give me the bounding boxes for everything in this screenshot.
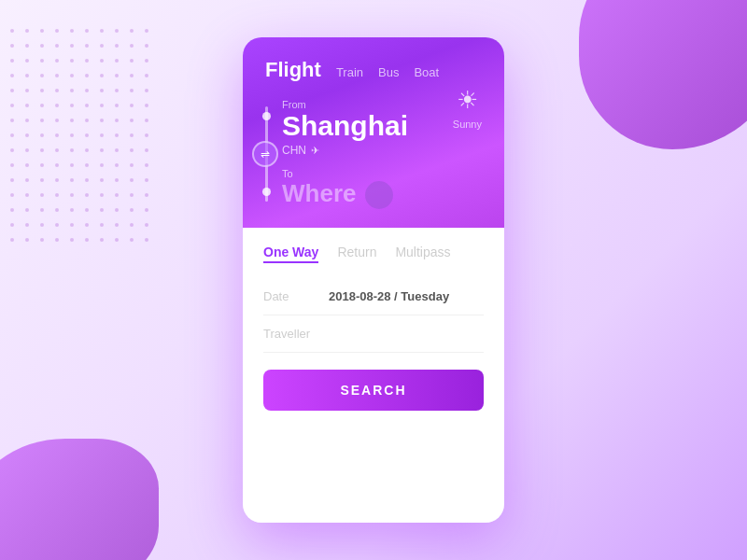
- card-top: Flight Train Bus Boat ☀ Sunny ⇌ From Sha…: [243, 37, 504, 228]
- dot-pattern: [9, 28, 159, 252]
- to-section: To Where: [265, 168, 482, 209]
- from-code: CHN ✈: [282, 144, 482, 157]
- tab-boat[interactable]: Boat: [414, 65, 439, 79]
- to-city-placeholder[interactable]: Where: [282, 181, 356, 205]
- traveller-label: Traveller: [263, 327, 329, 341]
- switch-direction-button[interactable]: ⇌: [252, 141, 278, 167]
- trip-tab-oneway[interactable]: One Way: [263, 245, 318, 263]
- tab-train[interactable]: Train: [336, 65, 363, 79]
- to-label: To: [282, 168, 482, 179]
- route-section: ⇌ From Shanghai CHN ✈ To Where: [265, 99, 482, 209]
- from-city[interactable]: Shanghai: [282, 112, 482, 140]
- tab-flight[interactable]: Flight: [265, 58, 321, 82]
- main-card: Flight Train Bus Boat ☀ Sunny ⇌ From Sha…: [243, 37, 504, 523]
- from-label: From: [282, 99, 482, 110]
- route-dot-top: [262, 112, 271, 120]
- plane-icon: ✈: [311, 145, 319, 157]
- bg-blob-top-right: [579, 0, 747, 149]
- tab-bus[interactable]: Bus: [378, 65, 399, 79]
- trip-type-tabs: One Way Return Multipass: [263, 245, 484, 263]
- from-section: From Shanghai CHN ✈: [265, 99, 482, 157]
- card-bottom: One Way Return Multipass Date 2018-08-28…: [243, 228, 504, 523]
- nav-tabs: Flight Train Bus Boat: [265, 58, 482, 82]
- route-dot-bottom: [262, 188, 271, 196]
- date-value[interactable]: 2018-08-28 / Tuesday: [329, 289, 449, 303]
- destination-indicator[interactable]: [365, 181, 393, 209]
- svg-rect-1: [9, 28, 159, 252]
- bg-blob-bottom-left: [0, 439, 159, 560]
- date-label: Date: [263, 289, 329, 303]
- trip-tab-return[interactable]: Return: [337, 245, 376, 263]
- trip-tab-multipass[interactable]: Multipass: [395, 245, 450, 263]
- date-row: Date 2018-08-28 / Tuesday: [263, 278, 484, 315]
- search-button[interactable]: SEARCH: [263, 370, 484, 411]
- traveller-row: Traveller: [263, 315, 484, 353]
